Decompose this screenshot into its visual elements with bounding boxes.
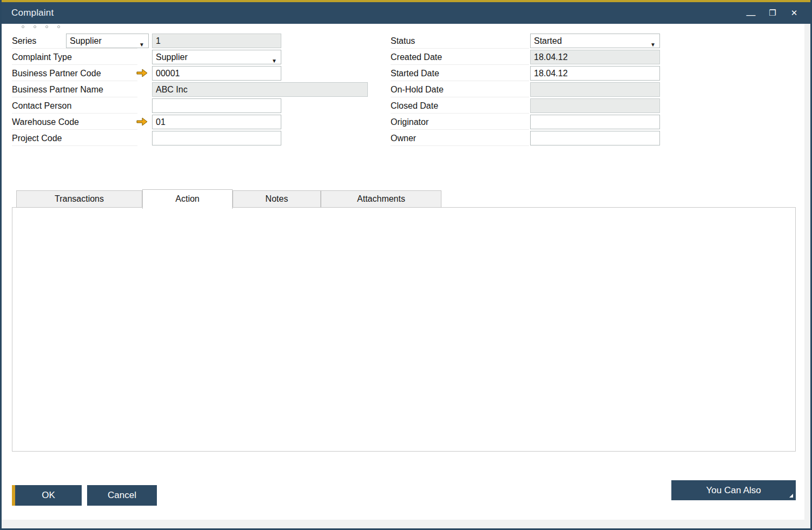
started-date-field[interactable] — [530, 66, 660, 81]
close-button[interactable]: ✕ — [786, 5, 802, 21]
complaint-type-label: Complaint Type — [12, 50, 137, 65]
inner-margin-right — [804, 24, 810, 528]
action-tab-panel — [12, 207, 796, 452]
window-title: Complaint — [11, 8, 54, 18]
series-select[interactable]: Supplier ▼ — [66, 34, 149, 48]
grip-dots — [22, 25, 60, 28]
originator-row: Originator — [391, 115, 661, 131]
complaint-window: Complaint — ❐ ✕ Series Supplier ▼ — [0, 0, 812, 530]
tab-action[interactable]: Action — [142, 189, 233, 209]
closed-date-label: Closed Date — [391, 98, 529, 114]
started-date-row: Started Date — [391, 66, 661, 82]
cancel-button[interactable]: Cancel — [87, 485, 157, 506]
corner-triangle-icon — [789, 494, 793, 498]
project-code-row: Project Code — [12, 131, 380, 147]
bp-name-label: Business Partner Name — [12, 82, 137, 97]
onhold-date-label: On-Hold Date — [391, 82, 529, 97]
tab-notes[interactable]: Notes — [233, 190, 321, 208]
link-arrow-icon[interactable] — [136, 117, 148, 127]
status-label: Status — [391, 34, 529, 49]
tab-bar: Transactions Action Notes Attachments — [16, 189, 441, 209]
tab-transactions[interactable]: Transactions — [16, 190, 142, 208]
close-icon: ✕ — [791, 8, 798, 17]
closed-date-field[interactable] — [530, 98, 660, 113]
maximize-button[interactable]: ❐ — [764, 5, 781, 21]
started-date-label: Started Date — [391, 66, 529, 81]
series-row: Series Supplier ▼ — [12, 34, 380, 50]
link-arrow-icon[interactable] — [136, 69, 148, 78]
you-can-also-button[interactable]: You Can Also — [671, 480, 796, 500]
window-border-left — [0, 0, 2, 530]
complaint-type-select[interactable]: Supplier ▼ — [152, 50, 281, 64]
project-code-field[interactable] — [152, 131, 281, 145]
warehouse-code-field[interactable] — [152, 115, 281, 129]
contact-person-row: Contact Person — [12, 98, 380, 115]
created-date-row: Created Date — [391, 50, 661, 66]
onhold-date-field[interactable] — [530, 82, 660, 97]
owner-row: Owner — [391, 131, 661, 147]
contact-person-field[interactable] — [152, 98, 281, 113]
complaint-type-row: Complaint Type Supplier ▼ — [12, 50, 380, 66]
header-form-right: Status Started ▼ Created Date Started Da… — [391, 34, 661, 147]
onhold-date-row: On-Hold Date — [391, 82, 661, 98]
minimize-icon: — — [747, 10, 756, 20]
bp-code-row: Business Partner Code — [12, 66, 380, 82]
bp-name-row: Business Partner Name — [12, 82, 380, 98]
owner-label: Owner — [391, 131, 529, 146]
status-row: Status Started ▼ — [391, 34, 661, 50]
bp-code-field[interactable] — [152, 66, 281, 81]
originator-label: Originator — [391, 115, 529, 130]
tab-attachments[interactable]: Attachments — [321, 190, 441, 208]
contact-person-label: Contact Person — [12, 98, 137, 114]
owner-field[interactable] — [530, 131, 660, 145]
window-titlebar[interactable]: Complaint — ❐ ✕ — [0, 2, 812, 24]
status-select[interactable]: Started ▼ — [530, 34, 660, 48]
bp-code-label: Business Partner Code — [12, 66, 137, 81]
warehouse-code-row: Warehouse Code — [12, 115, 380, 131]
project-code-label: Project Code — [12, 131, 137, 146]
window-controls: — ❐ ✕ — [743, 2, 802, 24]
created-date-label: Created Date — [391, 50, 529, 65]
bp-name-field[interactable] — [152, 82, 368, 97]
header-form-left: Series Supplier ▼ Complaint Type Supplie… — [12, 34, 380, 147]
originator-field[interactable] — [530, 115, 660, 129]
created-date-field[interactable] — [530, 50, 660, 64]
closed-date-row: Closed Date — [391, 98, 661, 115]
maximize-icon: ❐ — [769, 8, 776, 17]
window-accent-line — [0, 0, 812, 2]
minimize-button[interactable]: — — [743, 5, 759, 21]
ok-button[interactable]: OK — [12, 485, 82, 506]
inner-margin-bottom — [2, 520, 810, 528]
series-number-field[interactable] — [152, 34, 281, 48]
warehouse-code-label: Warehouse Code — [12, 115, 137, 130]
